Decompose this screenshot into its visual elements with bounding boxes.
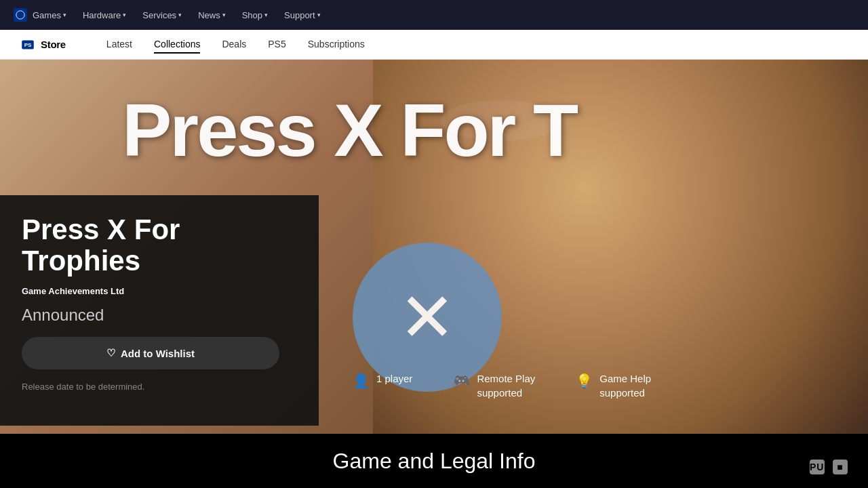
feature-remote-play-text: Remote Playsupported [477, 371, 535, 400]
playstation-logo [14, 8, 27, 22]
bottom-section: Game and Legal Info [0, 434, 868, 488]
store-nav-list: Latest Collections Deals PS5 Subscriptio… [106, 36, 365, 54]
game-legal-title: Game and Legal Info [333, 449, 536, 474]
top-nav-list: Games ▾ Hardware ▾ Services ▾ News ▾ Sho… [33, 10, 321, 20]
top-navigation: Games ▾ Hardware ▾ Services ▾ News ▾ Sho… [0, 0, 868, 30]
add-to-wishlist-button[interactable]: ♡ Add to Wishlist [22, 337, 279, 369]
release-date-info: Release date to be determined. [22, 382, 297, 392]
game-developer: Game Achievements Ltd [22, 286, 297, 296]
nav-support[interactable]: Support ▾ [284, 10, 321, 20]
store-nav-ps5[interactable]: PS5 [268, 36, 285, 54]
store-brand-text: Store [41, 39, 66, 50]
pushsquare-icon: ■ [833, 460, 848, 474]
player-icon: 👤 [353, 373, 370, 389]
wishlist-label: Add to Wishlist [121, 348, 195, 359]
nav-hardware[interactable]: Hardware ▾ [83, 10, 126, 20]
x-button-graphic: ✕ [353, 243, 502, 392]
heart-icon: ♡ [106, 347, 115, 359]
store-nav-collections[interactable]: Collections [154, 36, 200, 54]
feature-game-help: 💡 Game Helpsupported [576, 371, 651, 400]
game-info-panel: Press X ForTrophies Game Achievements Lt… [0, 195, 319, 426]
remote-play-icon: 🎮 [453, 373, 470, 389]
feature-players: 👤 1 player [353, 371, 412, 389]
pushsquare-watermark: PUSH ■ [806, 460, 848, 474]
store-nav-latest[interactable]: Latest [106, 36, 132, 54]
hero-title-background: Press X For T [122, 87, 576, 173]
store-nav-subscriptions[interactable]: Subscriptions [308, 36, 365, 54]
feature-players-text: 1 player [376, 371, 412, 386]
pushsquare-text: PUSH [810, 460, 825, 474]
game-status: Announced [22, 306, 297, 325]
nav-news[interactable]: News ▾ [198, 10, 226, 20]
feature-game-help-text: Game Helpsupported [599, 371, 651, 400]
store-header: PS Store Latest Collections Deals PS5 Su… [0, 30, 868, 60]
ps-icon: PS [20, 37, 35, 52]
store-nav-deals[interactable]: Deals [222, 36, 246, 54]
ps-store-brand: PS Store [20, 37, 66, 52]
svg-text:PS: PS [24, 41, 32, 47]
game-features: 👤 1 player 🎮 Remote Playsupported 💡 Game… [353, 371, 651, 400]
nav-games[interactable]: Games ▾ [33, 10, 66, 20]
nav-services[interactable]: Services ▾ [142, 10, 182, 20]
svg-point-0 [16, 11, 24, 19]
feature-remote-play: 🎮 Remote Playsupported [453, 371, 535, 400]
hero-section: Press X For T Press X ForTrophies Game A… [0, 60, 868, 488]
nav-shop[interactable]: Shop ▾ [242, 10, 268, 20]
game-help-icon: 💡 [576, 373, 593, 389]
x-symbol: ✕ [399, 283, 456, 351]
game-title: Press X ForTrophies [22, 214, 297, 277]
